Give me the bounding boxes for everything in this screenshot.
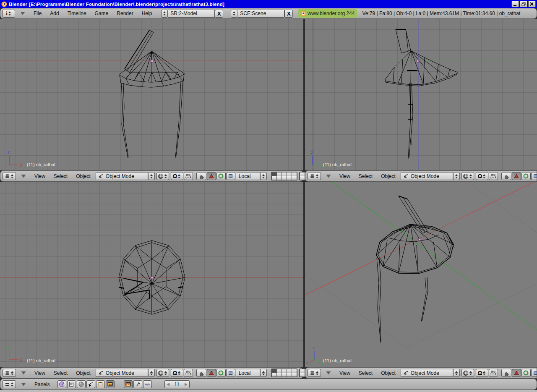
rotate-manipulator-button[interactable] [216,369,226,377]
manipulator-widget-button[interactable] [184,172,193,180]
logic-context-button[interactable] [57,380,66,388]
scene-close-button[interactable]: X [284,10,293,18]
menu-view[interactable]: View [336,370,354,376]
scene-selector-value[interactable]: SCE:Scene [237,10,284,18]
viewport-top[interactable]: y x (11) ob_rathat [0,182,303,367]
mode-dropdown[interactable]: Object Mode [96,369,155,377]
menu-object[interactable]: Object [378,173,399,179]
layer-buttons-group-1[interactable] [271,172,297,180]
editor-type-button[interactable] [308,172,321,180]
scale-manipulator-button[interactable] [531,172,537,180]
translate-manipulator-button[interactable] [512,172,521,180]
object-center-dot[interactable] [417,60,419,62]
editor-type-button[interactable] [3,172,16,180]
object-center-dot[interactable] [151,277,153,279]
pivot-button[interactable]: Ω [171,369,183,377]
screen-selector[interactable]: SR:2-Model X [161,10,223,18]
shading-context-button[interactable] [77,380,86,388]
menu-select[interactable]: Select [50,370,71,376]
draw-type-button[interactable] [156,369,169,377]
header-collapse-icon[interactable] [326,175,331,178]
layer-buttons-group-1[interactable] [271,368,297,377]
manipulator-toggle-button[interactable] [196,172,206,180]
header-collapse-icon[interactable] [21,175,26,178]
scale-manipulator-button[interactable] [531,369,537,377]
menu-render[interactable]: Render [113,10,136,16]
header-collapse-icon[interactable] [21,371,26,375]
editing-context-button[interactable] [96,380,105,388]
menu-select[interactable]: Select [355,173,376,179]
menu-select[interactable]: Select [50,173,71,179]
menu-object[interactable]: Object [378,370,399,376]
editor-type-button[interactable] [3,369,16,377]
scale-manipulator-button[interactable] [226,369,235,377]
menu-object[interactable]: Object [73,370,94,376]
pivot-button[interactable]: Ω [476,369,488,377]
menu-view[interactable]: View [31,370,49,376]
menu-timeline[interactable]: Timeline [64,10,90,16]
object-center-dot[interactable] [151,60,153,62]
rotate-manipulator-button[interactable] [521,369,531,377]
object-context-button[interactable] [86,380,95,388]
menu-select[interactable]: Select [355,370,376,376]
manipulator-widget-button[interactable] [489,369,498,377]
menu-view[interactable]: View [31,173,49,179]
minimize-button[interactable] [511,1,519,7]
mode-dropdown[interactable]: Object Mode [401,369,460,377]
pivot-button[interactable]: Ω [476,172,488,180]
viewport-perspective[interactable]: z x y (11) ob_rathat [305,182,537,367]
screen-close-button[interactable]: X [215,10,223,18]
pivot-button[interactable]: Ω [171,172,183,180]
script-context-button[interactable] [67,380,76,388]
translate-manipulator-button[interactable] [512,369,521,377]
mode-dropdown[interactable]: Object Mode [401,172,460,180]
3d-view-icon [310,370,315,376]
menu-file[interactable]: File [30,10,45,16]
draw-type-button[interactable] [461,369,474,377]
viewport-front[interactable]: z x (11) ob_rathat [0,19,303,170]
orientation-dropdown[interactable]: Local [236,369,267,377]
menu-game[interactable]: Game [91,10,112,16]
frame-number-field[interactable]: 11 [164,380,190,388]
rotate-manipulator-button[interactable] [216,172,226,180]
menu-object[interactable]: Object [73,173,94,179]
object-center-dot[interactable] [419,238,421,240]
anim-subcontext-button[interactable] [133,380,142,388]
mode-dropdown[interactable]: Object Mode [96,172,155,180]
render-image-icon [125,382,131,387]
header-collapse-icon[interactable] [20,12,25,15]
info-editor-type-button[interactable]: i [3,10,15,18]
frame-next-icon[interactable] [185,383,187,386]
menu-view[interactable]: View [336,173,354,179]
scene-context-button[interactable] [106,380,115,388]
draw-type-button[interactable] [156,172,169,180]
menu-panels[interactable]: Panels [31,382,53,387]
rotate-circle-icon [218,173,224,179]
scale-manipulator-button[interactable] [226,172,235,180]
draw-type-button[interactable] [461,172,474,180]
translate-manipulator-button[interactable] [207,369,216,377]
restore-button[interactable] [520,1,527,7]
manipulator-toggle-button[interactable] [196,369,206,377]
orientation-dropdown[interactable]: Local [236,172,267,180]
viewport-side[interactable]: z y (11) ob_rathat [305,19,537,170]
manipulator-widget-button[interactable] [489,172,498,180]
screen-selector-value[interactable]: SR:2-Model [168,10,215,18]
translate-manipulator-button[interactable] [207,172,216,180]
close-button[interactable] [528,1,536,7]
version-badge[interactable]: www.blender.org 244 [298,9,357,18]
manipulator-widget-button[interactable] [184,369,193,377]
rotate-manipulator-button[interactable] [521,172,531,180]
manipulator-toggle-button[interactable] [501,172,511,180]
menu-add[interactable]: Add [47,10,62,16]
sound-subcontext-button[interactable] [143,380,152,388]
frame-prev-icon[interactable] [167,383,169,386]
header-collapse-icon[interactable] [21,383,26,386]
manipulator-toggle-button[interactable] [501,369,511,377]
render-subcontext-button[interactable] [124,380,133,388]
editor-type-button[interactable] [308,369,321,377]
scene-selector[interactable]: SCE:Scene X [231,10,293,18]
menu-help[interactable]: Help [138,10,156,16]
header-collapse-icon[interactable] [326,371,331,375]
buttons-editor-type-button[interactable] [3,380,16,388]
